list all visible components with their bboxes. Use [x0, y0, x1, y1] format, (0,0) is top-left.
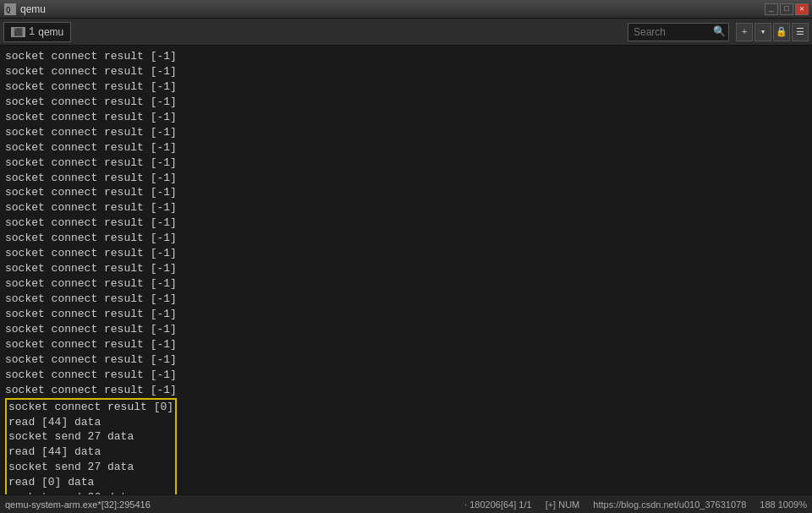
editor-mode: [+] NUM [546, 499, 580, 510]
search-icon[interactable]: 🔍 [713, 25, 726, 38]
coords-info: 188 1009% [760, 499, 807, 510]
highlight-box: socket connect result [0]read [44] datas… [5, 398, 177, 494]
svg-text:Q: Q [6, 6, 10, 14]
close-button[interactable]: ✕ [795, 3, 809, 15]
add-tab-button[interactable]: + [736, 23, 753, 41]
terminal-line: socket connect result [-1] [5, 352, 807, 368]
terminal-line: socket connect result [-1] [5, 261, 807, 276]
terminal-line: socket connect result [-1] [5, 110, 807, 125]
terminal-line: socket connect result [-1] [5, 322, 807, 337]
terminal-line: socket connect result [-1] [5, 276, 807, 292]
toolbar-buttons: + ▾ 🔒 ☰ [736, 23, 809, 41]
terminal-tab[interactable]: ⬛ 1 qemu [3, 22, 71, 42]
terminal-line: socket connect result [-1] [5, 185, 807, 200]
minimize-button[interactable]: _ [765, 3, 778, 15]
line-info: · 180206[64] 1/1 [464, 499, 532, 510]
terminal-line: socket connect result [-1] [5, 171, 807, 186]
highlighted-line: read [44] data [8, 445, 173, 460]
terminal-line: socket connect result [-1] [5, 292, 807, 307]
terminal-line: socket connect result [-1] [5, 95, 807, 110]
search-wrapper: 🔍 [628, 23, 729, 41]
highlighted-line: read [44] data [8, 415, 173, 430]
status-right: · 180206[64] 1/1 [+] NUM https://blog.cs… [464, 499, 807, 510]
url-info: https://blog.csdn.net/u010_37631078 [593, 499, 746, 510]
highlighted-lines: socket connect result [0]read [44] datas… [8, 400, 173, 494]
terminal-line: socket connect result [-1] [5, 246, 807, 261]
lock-button[interactable]: 🔒 [773, 23, 790, 41]
highlighted-line: socket send 27 data [8, 460, 173, 475]
terminal-line: socket connect result [-1] [5, 231, 807, 246]
toolbar: ⬛ 1 qemu 🔍 + ▾ 🔒 ☰ [0, 19, 812, 46]
terminal-line: socket connect result [-1] [5, 79, 807, 95]
terminal-line: socket connect result [-1] [5, 140, 807, 156]
terminal-line: socket connect result [-1] [5, 156, 807, 171]
tab-number: 1 [29, 26, 35, 38]
terminal-line: socket connect result [-1] [5, 64, 807, 79]
highlighted-line: socket send 26 data [8, 490, 173, 494]
highlighted-block: socket connect result [0]read [44] datas… [5, 398, 807, 494]
terminal[interactable]: socket connect result [-1]socket connect… [0, 46, 812, 494]
terminal-line: socket connect result [-1] [5, 368, 807, 383]
terminal-line: socket connect result [-1] [5, 216, 807, 231]
highlighted-line: socket connect result [0] [8, 400, 173, 415]
terminal-line: socket connect result [-1] [5, 125, 807, 140]
highlighted-line: socket send 27 data [8, 429, 173, 445]
dropdown-button[interactable]: ▾ [754, 23, 771, 41]
terminal-line: socket connect result [-1] [5, 337, 807, 352]
terminal-line: socket connect result [-1] [5, 307, 807, 322]
process-info: qemu-system-arm.exe*[32]:295416 [5, 499, 456, 510]
window-controls: _ □ ✕ [765, 3, 809, 15]
tab-icon: ⬛ [11, 27, 25, 37]
title-text: qemu [20, 3, 765, 15]
tab-area: ⬛ 1 qemu [3, 22, 71, 42]
tab-title-label: qemu [38, 26, 63, 38]
terminal-line: socket connect result [-1] [5, 200, 807, 216]
status-bar: qemu-system-arm.exe*[32]:295416 · 180206… [0, 494, 812, 513]
maximize-button[interactable]: □ [780, 3, 793, 15]
highlighted-line: read [0] data [8, 475, 173, 490]
app-icon: Q [3, 3, 17, 16]
search-area: 🔍 [628, 23, 729, 41]
terminal-line: socket connect result [-1] [5, 49, 807, 64]
title-bar: Q qemu _ □ ✕ [0, 0, 812, 19]
terminal-line: socket connect result [-1] [5, 383, 807, 398]
normal-lines: socket connect result [-1]socket connect… [5, 49, 807, 398]
menu-button[interactable]: ☰ [792, 23, 809, 41]
